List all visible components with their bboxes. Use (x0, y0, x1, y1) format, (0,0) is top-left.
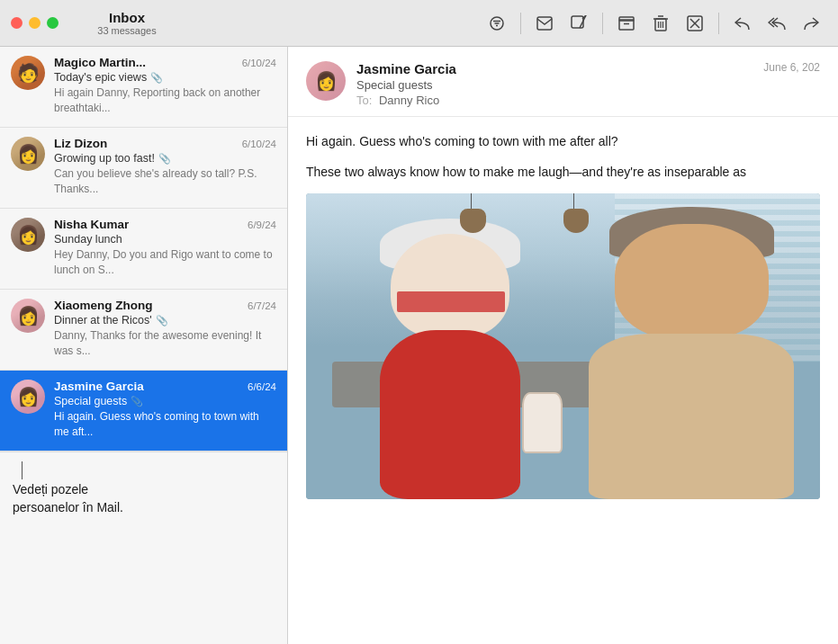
reply-all-button[interactable] (761, 7, 793, 40)
sender-xiaomeng: Xiaomeng Zhong (54, 299, 153, 312)
subject-jasmine: Special guests (54, 395, 127, 407)
archive-button[interactable] (610, 7, 643, 40)
email-detail: 👩 Jasmine Garcia Special guests To: Dann… (288, 47, 838, 644)
email-list: 🧑 Magico Martin... 6/10/24 Today's epic … (0, 47, 288, 644)
attachment-icon-magico: 📎 (150, 72, 163, 84)
email-body-nisha: Nisha Kumar 6/9/24 Sunday lunch Hey Dann… (54, 218, 276, 278)
email-item-nisha[interactable]: 👩 Nisha Kumar 6/9/24 Sunday lunch Hey Da… (0, 209, 287, 290)
minimize-button[interactable] (29, 17, 41, 29)
detail-date: June 6, 202 (763, 61, 820, 74)
junk-button[interactable] (679, 7, 711, 40)
toolbar-separator-2 (602, 13, 603, 34)
sender-nisha: Nisha Kumar (54, 218, 129, 231)
subject-liz: Growing up too fast! (54, 152, 155, 165)
maximize-button[interactable] (47, 17, 59, 29)
detail-body: Hi again. Guess who's coming to town wit… (288, 117, 838, 644)
date-xiaomeng: 6/7/24 (248, 300, 276, 311)
detail-to-name: Danny Rico (379, 94, 439, 107)
title-bar: Inbox 33 messages (0, 0, 838, 47)
subject-nisha: Sunday lunch (54, 233, 122, 246)
body-line1: Hi again. Guess who's coming to town wit… (306, 131, 820, 151)
pendant-light2 (563, 209, 590, 233)
svg-rect-4 (537, 17, 552, 30)
avatar-nisha: 👩 (11, 218, 45, 252)
preview-nisha: Hey Danny, Do you and Rigo want to come … (54, 247, 276, 278)
avatar-magico: 🧑 (11, 56, 45, 90)
svg-rect-5 (572, 16, 583, 28)
detail-sender-name: Jasmine Garcia (356, 61, 752, 76)
detail-to-label: To: (356, 94, 372, 107)
attachment-icon-xiaomeng: 📎 (156, 315, 168, 326)
light-cord1 (471, 193, 472, 209)
email-item-magico[interactable]: 🧑 Magico Martin... 6/10/24 Today's epic … (0, 47, 287, 128)
p1-head (391, 234, 509, 338)
subject-xiaomeng: Dinner at the Ricos' (54, 314, 152, 326)
date-nisha: 6/9/24 (248, 219, 276, 230)
date-liz: 6/10/24 (242, 139, 276, 149)
p2-body (589, 334, 794, 499)
email-body-magico: Magico Martin... 6/10/24 Today's epic vi… (54, 56, 276, 116)
person2 (563, 224, 821, 499)
date-jasmine: 6/6/24 (248, 381, 276, 392)
inbox-title: Inbox (109, 10, 145, 25)
date-magico: 6/10/24 (242, 58, 276, 68)
forward-button[interactable] (795, 7, 827, 40)
detail-header: 👩 Jasmine Garcia Special guests To: Dann… (288, 47, 838, 117)
detail-avatar: 👩 (306, 61, 346, 101)
attachment-icon-liz: 📎 (158, 153, 171, 165)
detail-sender-row: 👩 Jasmine Garcia Special guests To: Dann… (306, 61, 820, 107)
tooltip-text: Vedeți pozele persoanelor în Mail. (13, 481, 275, 516)
message-count: 33 messages (97, 25, 156, 36)
light-cord2 (573, 193, 574, 209)
body-line2: These two always know how to make me lau… (306, 162, 820, 182)
main-content: 🧑 Magico Martin... 6/10/24 Today's epic … (0, 47, 838, 644)
avatar-jasmine: 👩 (11, 380, 45, 414)
email-body-liz: Liz Dizon 6/10/24 Growing up too fast! 📎… (54, 137, 276, 197)
subject-magico: Today's epic views (54, 71, 147, 84)
trash-button[interactable] (644, 7, 677, 40)
email-item-liz[interactable]: 👩 Liz Dizon 6/10/24 Growing up too fast!… (0, 128, 287, 209)
email-body-xiaomeng: Xiaomeng Zhong 6/7/24 Dinner at the Rico… (54, 299, 276, 359)
preview-magico: Hi again Danny, Reporting back on anothe… (54, 85, 276, 116)
p1-body (380, 330, 520, 499)
close-button[interactable] (11, 17, 23, 29)
sender-magico: Magico Martin... (54, 56, 146, 69)
tooltip-annotation: Vedeți pozele persoanelor în Mail. (0, 452, 287, 522)
toolbar-separator-1 (520, 13, 521, 34)
email-item-xiaomeng[interactable]: 👩 Xiaomeng Zhong 6/7/24 Dinner at the Ri… (0, 290, 287, 371)
detail-subject: Special guests (356, 78, 752, 92)
preview-jasmine: Hi again. Guess who's coming to town wit… (54, 409, 276, 440)
pendant-light1 (460, 209, 486, 233)
p2-head (615, 224, 769, 340)
detail-to-row: To: Danny Rico (356, 94, 752, 107)
mail-button[interactable] (528, 7, 561, 40)
milkshake (522, 392, 563, 453)
avatar-xiaomeng: 👩 (11, 299, 45, 333)
email-body-jasmine: Jasmine Garcia 6/6/24 Special guests 📎 H… (54, 380, 276, 440)
sender-liz: Liz Dizon (54, 137, 107, 150)
toolbar-separator-3 (718, 13, 719, 34)
compose-button[interactable] (563, 7, 595, 40)
svg-rect-9 (619, 17, 634, 21)
window-controls (11, 17, 59, 29)
tooltip-line (22, 461, 23, 479)
preview-xiaomeng: Danny, Thanks for the awesome evening! I… (54, 328, 276, 359)
person1 (347, 239, 563, 499)
filter-button[interactable] (481, 7, 513, 40)
attachment-icon-jasmine: 📎 (131, 396, 143, 407)
email-photo (306, 193, 820, 499)
window-title-area: Inbox 33 messages (73, 10, 181, 36)
detail-meta: Jasmine Garcia Special guests To: Danny … (356, 61, 752, 107)
reply-button[interactable] (726, 7, 759, 40)
preview-liz: Can you believe she's already so tall? P… (54, 166, 276, 197)
email-item-jasmine[interactable]: 👩 Jasmine Garcia 6/6/24 Special guests 📎… (0, 371, 287, 452)
p1-glasses (397, 291, 505, 312)
toolbar (481, 7, 827, 40)
sender-jasmine: Jasmine Garcia (54, 380, 144, 393)
avatar-liz: 👩 (11, 137, 45, 171)
